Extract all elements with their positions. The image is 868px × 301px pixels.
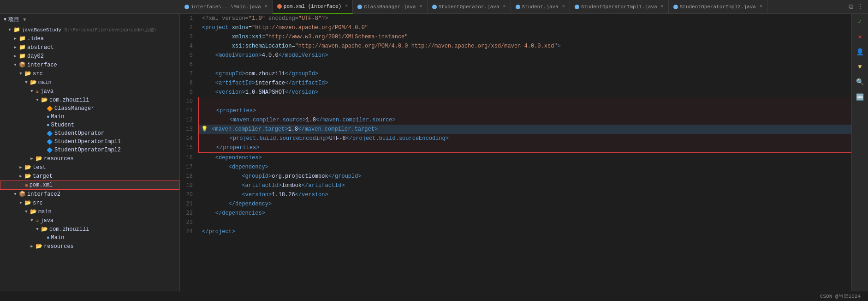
day02-label: day02 bbox=[27, 53, 44, 60]
main2-label: main bbox=[38, 209, 52, 215]
project-header[interactable]: ▼ 项目 ▼ bbox=[0, 14, 179, 25]
tab-student[interactable]: Student.java × bbox=[511, 0, 570, 14]
chevron-test: ▶ bbox=[18, 165, 23, 170]
user-icon[interactable]: 👤 bbox=[856, 48, 864, 56]
folder-icon-root: 📁 bbox=[13, 26, 20, 33]
tree-item-interface[interactable]: ▼ 📦 interface bbox=[0, 60, 179, 69]
folder-icon-resources: 📂 bbox=[36, 155, 42, 162]
tree-item-main2[interactable]: ▼ 📂 main bbox=[0, 207, 179, 216]
warning-icon[interactable]: ▼ bbox=[858, 63, 862, 71]
search-icon[interactable]: 🔍 bbox=[856, 78, 864, 86]
line-content-4: xsi:schemaLocation="http://maven.apache.… bbox=[198, 42, 851, 51]
code-line-3: 3 xmlns:xsi="http://www.w3.org/2001/XMLS… bbox=[180, 32, 851, 42]
chevron-package2: ▼ bbox=[35, 227, 40, 232]
right-sidebar: ✓ ✕ 👤 ▼ 🔍 🔤 bbox=[851, 14, 868, 291]
line-num-23: 23 bbox=[180, 218, 198, 227]
tree-item-resources2[interactable]: ▶ 📂 resources bbox=[0, 242, 179, 251]
tab-pom-xml[interactable]: pom.xml (interface) × bbox=[273, 0, 353, 14]
src-label: src bbox=[33, 71, 43, 77]
tree-item-package[interactable]: ▼ 📂 com.zhouzili bbox=[0, 96, 179, 104]
check-icon[interactable]: ✓ bbox=[858, 18, 862, 25]
tab-icon-main-java bbox=[184, 5, 189, 9]
tree-item-resources[interactable]: ▶ 📂 resources bbox=[0, 154, 179, 163]
tree-item-java2[interactable]: ▼ ☕ java bbox=[0, 216, 179, 225]
tree-item-src2[interactable]: ▼ 📂 src bbox=[0, 199, 179, 207]
code-line-5: 5 <modelVersion>4.0.0</modelVersion> bbox=[180, 51, 851, 60]
chevron-java: ▼ bbox=[30, 89, 34, 94]
tree-item-pom-xml[interactable]: ⚙ pom.xml bbox=[0, 181, 179, 190]
tree-item-studentoperator[interactable]: 🔷 StudentOperator bbox=[0, 129, 179, 138]
tree-item-idea[interactable]: ▶ 📁 .idea bbox=[0, 34, 179, 43]
tree-item-java-folder[interactable]: ▼ ☕ java bbox=[0, 87, 179, 96]
tree-item-interface2[interactable]: ▼ 📦 interface2 bbox=[0, 190, 179, 199]
root-label: javaBaseStudy bbox=[22, 27, 61, 33]
tab-student-op-impl2[interactable]: StudentOperatorImpl2.java × bbox=[669, 0, 767, 14]
tree-item-test[interactable]: ▶ 📂 test bbox=[0, 163, 179, 172]
editor-content[interactable]: 1 <?xml version="1.0" encoding="UTF-8"?>… bbox=[180, 14, 851, 291]
line-content-19: <artifactId>lombok</artifactId> bbox=[198, 181, 851, 190]
code-line-7: 7 <groupId>com.zhouzili</groupId> bbox=[180, 69, 851, 78]
tree-item-main-folder[interactable]: ▼ 📂 main bbox=[0, 78, 179, 87]
tree-item-impl1[interactable]: 🔷 StudentOperatorImpl1 bbox=[0, 138, 179, 146]
tree-item-main2-file[interactable]: ● Main bbox=[0, 234, 179, 242]
code-line-19: 19 <artifactId>lombok</artifactId> bbox=[180, 181, 851, 190]
line-num-22: 22 bbox=[180, 209, 198, 218]
tab-student-operator[interactable]: StudentOperator.java × bbox=[428, 0, 511, 14]
tree-item-abstract[interactable]: ▶ 📁 abstract bbox=[0, 43, 179, 52]
tree-item-student[interactable]: ● Student bbox=[0, 121, 179, 129]
line-content-15: </properties> bbox=[198, 143, 851, 153]
tree-item-day02[interactable]: ▶ 📁 day02 bbox=[0, 52, 179, 60]
tab-close-student[interactable]: × bbox=[562, 4, 565, 9]
tab-close-student-operator[interactable]: × bbox=[503, 4, 506, 9]
line-num-13: 13 bbox=[180, 125, 198, 134]
tab-main-java[interactable]: interface\...\Main.java × bbox=[180, 0, 273, 14]
line-num-8: 8 bbox=[180, 78, 198, 88]
tree-item-package2[interactable]: ▼ 📂 com.zhouzili bbox=[0, 225, 179, 234]
java-file-icon-so: 🔷 bbox=[47, 131, 53, 137]
tree-item-src[interactable]: ▼ 📂 src bbox=[0, 69, 179, 78]
tree-item-main[interactable]: ● Main bbox=[0, 113, 179, 121]
chevron-root: ▼ bbox=[7, 28, 12, 32]
tab-menu-icon[interactable]: ⋮ bbox=[857, 3, 863, 11]
tab-close-class-manager[interactable]: × bbox=[420, 4, 422, 9]
code-line-17: 17 <dependency> bbox=[180, 163, 851, 172]
main-folder-label: main bbox=[38, 79, 52, 86]
folder-icon-test: 📂 bbox=[24, 164, 31, 171]
line-num-19: 19 bbox=[180, 181, 198, 190]
tree-item-classmanager[interactable]: 🔶 ClassManager bbox=[0, 104, 179, 113]
chevron-target: ▶ bbox=[18, 174, 23, 179]
interface2-label: interface2 bbox=[27, 191, 60, 198]
tab-icon-impl1 bbox=[575, 5, 579, 9]
tree-item-target[interactable]: ▶ 📂 target bbox=[0, 172, 179, 181]
tab-close-main-java[interactable]: × bbox=[265, 4, 268, 9]
tab-class-manager[interactable]: ClassManager.java × bbox=[353, 0, 427, 14]
tab-close-pom-xml[interactable]: × bbox=[345, 4, 348, 9]
line-num-17: 17 bbox=[180, 163, 198, 172]
line-content-22: </dependencies> bbox=[198, 209, 851, 218]
line-content-13: 💡<maven.compiler.target>1.8</maven.compi… bbox=[198, 125, 851, 134]
code-line-21: 21 </dependency> bbox=[180, 199, 851, 209]
java2-icon: ☕ bbox=[36, 217, 39, 224]
tab-student-op-impl1[interactable]: StudentOperatorImpl1.java × bbox=[570, 0, 669, 14]
status-bar: CSDN @当归1024 bbox=[0, 291, 868, 301]
status-text: CSDN @当归1024 bbox=[820, 293, 861, 300]
tree-item-root[interactable]: ▼ 📁 javaBaseStudy D:\PersonalFile\develo… bbox=[0, 25, 179, 34]
tab-close-impl2[interactable]: × bbox=[760, 4, 762, 9]
line-content-5: <modelVersion>4.0.0</modelVersion> bbox=[198, 51, 851, 60]
idea-label: .idea bbox=[27, 36, 44, 42]
code-line-16: 16 <dependencies> bbox=[180, 153, 851, 163]
tree-item-impl2[interactable]: 🔷 StudentOperatorImpl2 bbox=[0, 146, 179, 154]
bulb-icon[interactable]: 💡 bbox=[201, 126, 208, 132]
package2-label: com.zhouzili bbox=[49, 226, 89, 233]
window-restore-icon[interactable]: ⧉ bbox=[849, 3, 853, 11]
tab-actions: ⧉ ⋮ bbox=[849, 3, 868, 11]
tab-icon-student-operator bbox=[432, 5, 437, 9]
tab-label-student: Student.java bbox=[522, 4, 559, 10]
tab-label-impl1: StudentOperatorImpl1.java bbox=[581, 4, 657, 10]
tab-close-impl1[interactable]: × bbox=[661, 4, 664, 9]
error-icon[interactable]: ✕ bbox=[858, 33, 862, 41]
settings-icon[interactable]: 🔤 bbox=[856, 93, 864, 101]
java-file-icon-student: ● bbox=[47, 122, 50, 128]
tab-label-class-manager: ClassManager.java bbox=[364, 4, 416, 10]
folder-icon-target: 📂 bbox=[24, 173, 31, 180]
